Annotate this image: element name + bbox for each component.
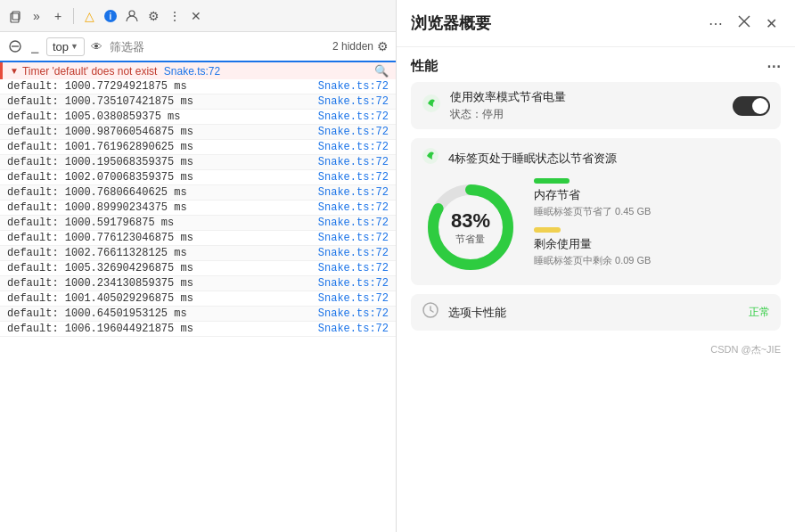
eye-icon[interactable]: 👁 [88, 38, 104, 54]
log-source-link[interactable]: Snake.ts:72 [318, 292, 389, 305]
memory-bar [534, 178, 570, 184]
tab-performance-item: 选项卡性能 正常 [411, 294, 781, 331]
hidden-badge: 2 hidden ⚙ [332, 39, 389, 53]
log-text: default: 1005.0380859375 ms [7, 110, 318, 123]
search-icon[interactable]: 🔍 [374, 64, 389, 78]
log-source-link[interactable]: Snake.ts:72 [318, 156, 389, 168]
copy-icon[interactable] [7, 8, 23, 24]
log-line: default: 1000.776123046875 msSnake.ts:72 [0, 231, 396, 246]
log-source-link[interactable]: Snake.ts:72 [318, 171, 389, 184]
filter-icon[interactable]: ⎯ [27, 38, 43, 54]
log-source-link[interactable]: Snake.ts:72 [318, 110, 389, 123]
log-line: default: 1000.89990234375 msSnake.ts:72 [0, 201, 396, 216]
log-source-link[interactable]: Snake.ts:72 [318, 141, 389, 153]
tabs-sleep-header: 4标签页处于睡眠状态以节省资源 [422, 147, 770, 169]
svg-rect-0 [11, 13, 19, 22]
log-source-link[interactable]: Snake.ts:72 [318, 277, 389, 290]
triangle-icon: ▼ [10, 66, 19, 76]
log-text: default: 1000.64501953125 ms [7, 307, 318, 320]
efficiency-status: 状态：停用 [450, 107, 733, 122]
context-dropdown[interactable]: top ▼ [46, 37, 85, 56]
efficiency-icon [422, 94, 441, 118]
log-source-link[interactable]: Snake.ts:72 [318, 307, 389, 320]
browser-overview-panel: 浏览器概要 ⋯ ✕ 性能 ⋯ [397, 0, 795, 532]
svg-point-4 [129, 11, 135, 16]
log-text: default: 1001.761962890625 ms [7, 141, 318, 153]
log-source-link[interactable]: Snake.ts:72 [318, 126, 389, 138]
settings-icon[interactable]: ⚙ [145, 8, 161, 24]
log-line: default: 1000.64501953125 msSnake.ts:72 [0, 307, 396, 322]
efficiency-toggle[interactable] [733, 96, 770, 116]
close-icon[interactable]: ✕ [188, 8, 204, 24]
log-source-link[interactable]: Snake.ts:72 [318, 217, 389, 229]
efficiency-mode-item: 使用效率模式节省电量 状态：停用 [411, 82, 781, 129]
log-text: default: 1000.76806640625 ms [7, 186, 318, 199]
log-text: default: 1000.735107421875 ms [7, 95, 318, 108]
donut-section: 83% 节省量 内存节省 睡眠标签页节省了 0.45 GB 剩余使用量 睡眠标签… [422, 178, 770, 276]
log-line: default: 1000.76806640625 msSnake.ts:72 [0, 185, 396, 201]
log-source-link[interactable]: Snake.ts:72 [318, 247, 389, 259]
log-line: default: 1000.987060546875 msSnake.ts:72 [0, 125, 396, 140]
pin-icon[interactable] [734, 11, 755, 36]
donut-chart: 83% 节省量 [422, 178, 520, 276]
tab-perf-status: 正常 [749, 305, 770, 320]
log-lines-container: default: 1000.77294921875 msSnake.ts:72d… [0, 79, 396, 337]
close-panel-icon[interactable]: ✕ [762, 12, 781, 36]
tabs-sleep-title: 4标签页处于睡眠状态以节省资源 [448, 151, 617, 167]
log-line: default: 1000.735107421875 msSnake.ts:72 [0, 94, 396, 110]
log-line: default: 1001.761962890625 msSnake.ts:72 [0, 140, 396, 155]
log-line: default: 1005.0380859375 msSnake.ts:72 [0, 110, 396, 125]
more-vert-icon[interactable]: ⋮ [167, 8, 183, 24]
tabs-sleep-icon [422, 147, 439, 169]
right-header: 浏览器概要 ⋯ ✕ [397, 0, 795, 47]
right-content: 性能 ⋯ 使用效率模式节省电量 状态：停用 [397, 47, 795, 532]
add-tab-icon[interactable]: + [50, 8, 66, 24]
log-text: default: 1000.234130859375 ms [7, 277, 318, 290]
warning-icon[interactable]: △ [81, 8, 97, 24]
log-text: default: 1000.89990234375 ms [7, 201, 318, 214]
log-source-link[interactable]: Snake.ts:72 [318, 80, 389, 93]
devtools-toolbar: » + △ i ⚙ ⋮ ✕ [0, 0, 396, 32]
filter-input[interactable] [110, 40, 327, 53]
console-content: ▼ Timer 'default' does not exist Snake.t… [0, 62, 396, 532]
chevron-down-icon: ▼ [70, 42, 78, 51]
log-text: default: 1001.405029296875 ms [7, 292, 318, 305]
log-line: default: 1000.77294921875 msSnake.ts:72 [0, 79, 396, 94]
log-text: default: 1000.77294921875 ms [7, 80, 318, 93]
user-icon[interactable] [124, 8, 140, 24]
more-tabs-icon[interactable]: » [29, 8, 45, 24]
log-source-link[interactable]: Snake.ts:72 [318, 201, 389, 214]
log-line: default: 1006.196044921875 msSnake.ts:72 [0, 322, 396, 337]
devtools-left-panel: » + △ i ⚙ ⋮ ✕ ⎯ [0, 0, 397, 532]
log-text: default: 1000.776123046875 ms [7, 232, 318, 244]
log-text: default: 1005.326904296875 ms [7, 262, 318, 274]
toggle-knob [752, 98, 768, 114]
section-more-icon[interactable]: ⋯ [766, 58, 781, 75]
filter-settings-icon[interactable]: ⚙ [377, 39, 389, 53]
watermark: CSDN @杰~JIE [411, 340, 781, 360]
info-icon[interactable]: i [102, 8, 119, 24]
memory-desc: 睡眠标签页节省了 0.45 GB [534, 205, 770, 218]
log-source-link[interactable]: Snake.ts:72 [318, 323, 389, 335]
clear-console-icon[interactable] [7, 38, 23, 54]
log-text: default: 1006.196044921875 ms [7, 323, 318, 335]
log-text: default: 1000.195068359375 ms [7, 156, 318, 168]
log-source-link[interactable]: Snake.ts:72 [318, 262, 389, 274]
more-options-icon[interactable]: ⋯ [705, 12, 726, 36]
header-actions: ⋯ ✕ [705, 11, 781, 36]
log-source-link[interactable]: Snake.ts:72 [318, 186, 389, 199]
remaining-bar [534, 227, 561, 233]
tab-perf-icon [422, 301, 439, 323]
log-text: default: 1000.987060546875 ms [7, 126, 318, 138]
memory-saving-stat: 内存节省 睡眠标签页节省了 0.45 GB [534, 178, 770, 218]
tab-perf-title: 选项卡性能 [448, 305, 749, 321]
separator [73, 8, 74, 24]
performance-section-header: 性能 ⋯ [411, 47, 781, 82]
log-source-link[interactable]: Snake.ts:72 [318, 95, 389, 108]
console-error-line: ▼ Timer 'default' does not exist Snake.t… [0, 62, 396, 79]
log-text: default: 1002.76611328125 ms [7, 247, 318, 259]
donut-sublabel: 节省量 [451, 233, 490, 246]
error-source-link[interactable]: Snake.ts:72 [164, 65, 220, 78]
log-source-link[interactable]: Snake.ts:72 [318, 232, 389, 244]
tabs-sleep-item: 4标签页处于睡眠状态以节省资源 83% 节省量 [411, 138, 781, 285]
